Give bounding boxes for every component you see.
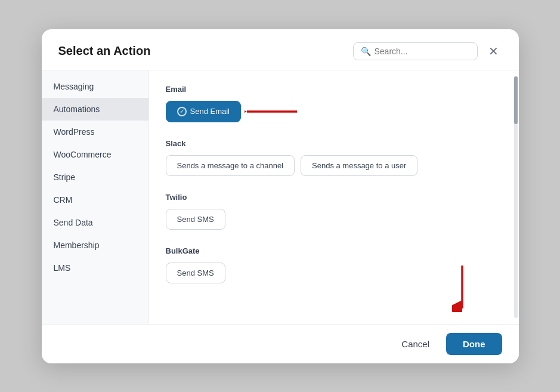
send-email-button[interactable]: ✓ Send Email — [166, 101, 241, 122]
modal-body: Messaging Automations WordPress WooComme… — [42, 70, 519, 324]
bulkgate-sms-button[interactable]: Send SMS — [166, 263, 225, 283]
slack-section: Slack Sends a message to a channel Sends… — [166, 139, 502, 176]
modal-footer: Cancel Done — [42, 324, 519, 363]
check-icon: ✓ — [177, 107, 187, 116]
bulkgate-sms-label: Send SMS — [177, 268, 214, 277]
scrollbar-track[interactable] — [514, 76, 518, 318]
sidebar-item-send-data[interactable]: Send Data — [42, 211, 148, 234]
search-icon: 🔍 — [361, 47, 371, 56]
twilio-sms-label: Send SMS — [177, 215, 214, 224]
right-arrow-annotation — [245, 101, 298, 122]
twilio-sms-button[interactable]: Send SMS — [166, 209, 225, 230]
slack-section-label: Slack — [166, 139, 502, 148]
sidebar-item-woocommerce[interactable]: WooCommerce — [42, 143, 148, 166]
down-arrow-annotation — [452, 264, 472, 312]
done-button[interactable]: Done — [446, 333, 502, 355]
modal-title: Select an Action — [58, 44, 151, 58]
search-box[interactable]: 🔍 — [353, 42, 478, 60]
select-action-modal: Select an Action 🔍 ✕ Messaging Automatio… — [42, 29, 519, 363]
cancel-button[interactable]: Cancel — [392, 334, 439, 354]
twilio-section: Twilio Send SMS — [166, 193, 502, 230]
scrollbar-thumb[interactable] — [514, 76, 518, 124]
sidebar-item-lms[interactable]: LMS — [42, 257, 148, 279]
close-button[interactable]: ✕ — [485, 44, 502, 58]
sidebar-item-stripe[interactable]: Stripe — [42, 166, 148, 189]
bulkgate-section-label: BulkGate — [166, 246, 502, 255]
send-email-label: Send Email — [190, 107, 230, 116]
twilio-section-label: Twilio — [166, 193, 502, 202]
slack-channel-button[interactable]: Sends a message to a channel — [166, 155, 295, 176]
search-input[interactable] — [375, 47, 470, 56]
main-content: Email ✓ Send Email — [149, 70, 519, 324]
twilio-action-row: Send SMS — [166, 209, 502, 230]
header-right: 🔍 ✕ — [353, 42, 502, 60]
sidebar-item-wordpress[interactable]: WordPress — [42, 121, 148, 143]
sidebar-item-crm[interactable]: CRM — [42, 189, 148, 211]
sidebar: Messaging Automations WordPress WooComme… — [42, 70, 149, 324]
sidebar-item-automations[interactable]: Automations — [42, 98, 148, 121]
slack-user-label: Sends a message to a user — [312, 161, 406, 170]
slack-action-row: Sends a message to a channel Sends a mes… — [166, 155, 502, 176]
slack-channel-label: Sends a message to a channel — [177, 161, 284, 170]
email-action-row: ✓ Send Email — [166, 101, 502, 122]
slack-user-button[interactable]: Sends a message to a user — [301, 155, 417, 176]
email-section: Email ✓ Send Email — [166, 85, 502, 122]
email-section-label: Email — [166, 85, 502, 94]
content-wrapper: Email ✓ Send Email — [149, 70, 519, 324]
sidebar-item-messaging[interactable]: Messaging — [42, 75, 148, 98]
bulkgate-section: BulkGate Send SMS — [166, 246, 502, 283]
sidebar-item-membership[interactable]: Membership — [42, 234, 148, 257]
modal-header: Select an Action 🔍 ✕ — [42, 29, 519, 70]
